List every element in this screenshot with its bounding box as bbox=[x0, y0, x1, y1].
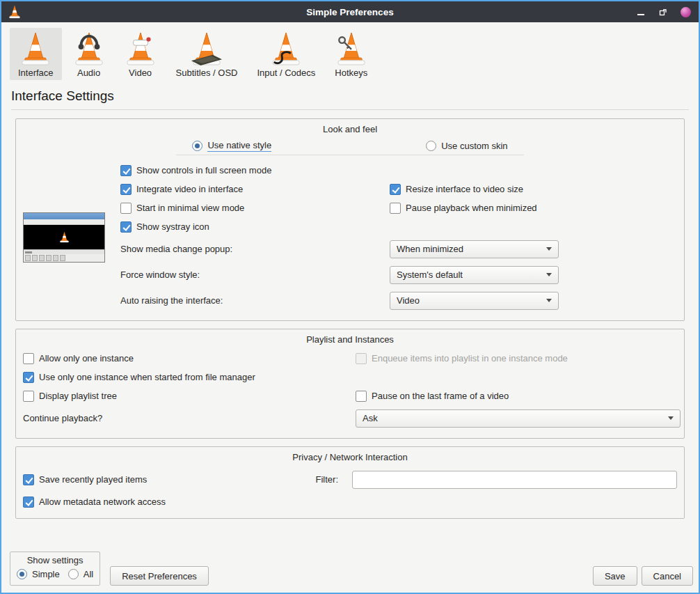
checkbox-pause-last-frame[interactable]: Pause on the last frame of a video bbox=[356, 391, 509, 402]
checkbox-label: Pause playback when minimized bbox=[406, 203, 537, 213]
minimize-button[interactable] bbox=[635, 4, 647, 19]
select-auto-raising[interactable]: Video bbox=[390, 292, 559, 310]
category-interface-label: Interface bbox=[18, 68, 54, 78]
category-interface[interactable]: Interface bbox=[10, 28, 62, 80]
reset-preferences-button[interactable]: Reset Preferences bbox=[110, 566, 209, 586]
checkbox-allow-one-instance[interactable]: Allow only one instance bbox=[23, 353, 134, 364]
radio-show-settings-all[interactable]: All bbox=[68, 569, 93, 579]
checkbox-label: Integrate video in interface bbox=[136, 184, 243, 194]
radio-dot bbox=[17, 569, 27, 579]
checkbox-metadata-network-access[interactable]: Allow metadata network access bbox=[23, 497, 166, 508]
category-input-codecs[interactable]: Input / Codecs bbox=[248, 28, 324, 80]
titlebar[interactable]: Simple Preferences bbox=[1, 1, 699, 22]
checkbox-one-instance-file-manager[interactable]: Use only one instance when started from … bbox=[23, 372, 255, 383]
radio-use-native-style[interactable]: Use native style bbox=[192, 140, 271, 152]
preview-video-area bbox=[24, 225, 104, 249]
radio-dot bbox=[192, 141, 202, 151]
select-value: System's default bbox=[397, 269, 546, 280]
checkbox-label: Resize interface to video size bbox=[406, 184, 523, 194]
category-subtitles-osd[interactable]: Subtitles / OSD bbox=[168, 28, 246, 80]
checkbox-label: Use only one instance when started from … bbox=[39, 372, 255, 382]
checkbox-box bbox=[356, 391, 367, 402]
footer: Show settings Simple All Reset Preferenc… bbox=[1, 552, 699, 593]
privacy-network-title: Privacy / Network Interaction bbox=[23, 451, 677, 467]
checkbox-integrate-video[interactable]: Integrate video in interface bbox=[120, 184, 243, 195]
preview-menubar bbox=[24, 219, 104, 225]
checkbox-box bbox=[23, 474, 34, 485]
preview-controls bbox=[24, 254, 104, 262]
style-radio-row: Use native style Use custom skin bbox=[23, 139, 677, 155]
close-button[interactable] bbox=[679, 4, 692, 19]
checkbox-label: Enqueue items into playlist in one insta… bbox=[372, 353, 568, 364]
save-button[interactable]: Save bbox=[593, 566, 637, 586]
show-settings-title: Show settings bbox=[17, 555, 93, 569]
category-video[interactable]: Video bbox=[116, 28, 165, 80]
category-audio[interactable]: Audio bbox=[65, 28, 113, 80]
media-change-popup-label: Show media change popup: bbox=[120, 244, 232, 254]
checkbox-save-recent-items[interactable]: Save recently played items bbox=[23, 474, 316, 485]
option-row: Show controls in full screen mode bbox=[120, 161, 677, 180]
option-row: Show media change popup: When minimized bbox=[120, 236, 677, 262]
filter-input[interactable] bbox=[352, 471, 677, 489]
checkbox-label: Allow metadata network access bbox=[39, 497, 166, 507]
select-value: Ask bbox=[363, 413, 668, 423]
chevron-down-icon bbox=[546, 273, 552, 276]
preview-column bbox=[23, 212, 120, 263]
select-media-change-popup[interactable]: When minimized bbox=[390, 240, 559, 258]
restore-icon bbox=[659, 8, 667, 16]
category-subtitles-osd-label: Subtitles / OSD bbox=[176, 68, 238, 78]
checkbox-label: Save recently played items bbox=[39, 474, 147, 485]
radio-show-settings-simple[interactable]: Simple bbox=[17, 569, 60, 579]
checkbox-label: Show systray icon bbox=[136, 221, 209, 232]
checkbox-minimal-view[interactable]: Start in minimal view mode bbox=[120, 203, 244, 214]
select-force-window-style[interactable]: System's default bbox=[390, 266, 559, 284]
checkbox-show-systray[interactable]: Show systray icon bbox=[120, 221, 209, 233]
vlc-cone-icon bbox=[8, 5, 21, 19]
page-title: Interface Settings bbox=[1, 81, 699, 109]
auto-raising-label: Auto raising the interface: bbox=[120, 295, 223, 306]
category-hotkeys[interactable]: Hotkeys bbox=[326, 28, 376, 80]
preview-cone-icon bbox=[59, 231, 70, 243]
window-title: Simple Preferences bbox=[1, 7, 699, 17]
chevron-down-icon bbox=[546, 299, 552, 302]
checkbox-pause-minimized[interactable]: Pause playback when minimized bbox=[390, 203, 537, 214]
privacy-network-group: Privacy / Network Interaction Save recen… bbox=[15, 446, 685, 519]
settings-content: Look and feel Use native style Use custo… bbox=[1, 110, 699, 526]
checkbox-box bbox=[23, 372, 34, 383]
checkbox-box bbox=[356, 353, 367, 364]
show-settings-group: Show settings Simple All bbox=[10, 552, 100, 586]
option-row: Force window style: System's default bbox=[120, 262, 677, 288]
select-continue-playback[interactable]: Ask bbox=[356, 409, 681, 428]
category-hotkeys-label: Hotkeys bbox=[335, 68, 367, 78]
video-icon bbox=[125, 31, 157, 66]
restore-button[interactable] bbox=[657, 4, 669, 19]
playlist-instances-group: Playlist and Instances Allow only one in… bbox=[15, 329, 685, 439]
close-icon bbox=[681, 7, 691, 17]
subtitles-icon bbox=[191, 31, 223, 66]
option-row: Start in minimal view mode Pause playbac… bbox=[120, 198, 677, 217]
checkbox-box bbox=[120, 203, 132, 214]
look-and-feel-group: Look and feel Use native style Use custo… bbox=[15, 118, 685, 321]
category-input-codecs-label: Input / Codecs bbox=[257, 68, 315, 78]
reset-button-area: Reset Preferences bbox=[110, 566, 209, 586]
category-video-label: Video bbox=[129, 68, 152, 78]
option-row: Integrate video in interface Resize inte… bbox=[120, 180, 677, 198]
continue-playback-label: Continue playback? bbox=[23, 413, 102, 423]
interface-icon bbox=[19, 31, 51, 66]
checkbox-display-playlist-tree[interactable]: Display playlist tree bbox=[23, 391, 117, 402]
checkbox-resize-interface[interactable]: Resize interface to video size bbox=[390, 184, 523, 195]
window-icon-area bbox=[8, 5, 21, 19]
checkbox-box bbox=[390, 203, 401, 214]
option-row: Allow only one instance Enqueue items in… bbox=[23, 349, 677, 368]
option-row: Save recently played items Filter: bbox=[23, 467, 677, 492]
checkbox-box bbox=[23, 353, 34, 364]
checkbox-show-controls-fullscreen[interactable]: Show controls in full screen mode bbox=[120, 165, 271, 176]
checkbox-box bbox=[120, 165, 132, 176]
cancel-button[interactable]: Cancel bbox=[642, 566, 693, 586]
radio-use-custom-skin[interactable]: Use custom skin bbox=[426, 140, 507, 152]
select-value: Video bbox=[397, 295, 546, 306]
radio-dot bbox=[68, 569, 79, 579]
checkbox-box bbox=[390, 184, 401, 195]
simple-preferences-window: { "theme": { "accent": "#4a90d9", "windo… bbox=[0, 0, 700, 594]
hotkeys-icon bbox=[335, 31, 367, 66]
